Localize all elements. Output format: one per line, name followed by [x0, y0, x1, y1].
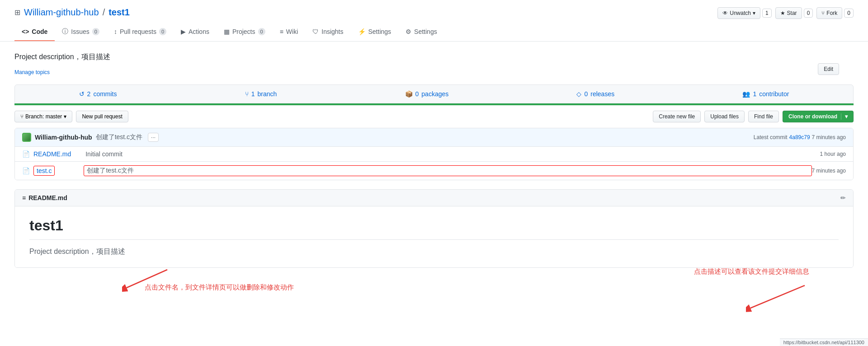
find-file-button[interactable]: Find file — [748, 111, 779, 122]
file-row-readme: 📄 README.md Initial commit 1 hour ago — [15, 147, 853, 162]
contributors-label: contributor — [759, 90, 789, 98]
annotation-commit-text: 点击描述可以查看该文件提交详细信息 — [694, 267, 809, 275]
file-table: William-github-hub 创建了test.c文件 ··· Lates… — [14, 128, 854, 180]
tab-actions[interactable]: ▶ Actions — [174, 23, 217, 41]
security-icon: 🛡 — [312, 28, 319, 35]
readme-header: ≡ README.md ✏ — [15, 190, 853, 206]
upload-files-button[interactable]: Upload files — [704, 111, 745, 122]
tab-issues[interactable]: ⓘ Issues 0 — [55, 23, 107, 41]
fork-label: Fork — [826, 10, 837, 16]
tab-issues-label: Issues — [71, 28, 89, 35]
insights-icon: ⚡ — [358, 28, 366, 35]
fork-button[interactable]: ⑂ Fork — [816, 7, 842, 19]
repo-actions: 👁 Unwatch ▾ 1 ★ Star 0 ⑂ Fork 0 — [717, 7, 854, 19]
pr-badge: 0 — [159, 28, 166, 35]
clone-or-download-button[interactable]: Clone or download ▾ — [783, 111, 854, 122]
packages-label: packages — [421, 90, 448, 98]
tab-pr-label: Pull requests — [120, 28, 156, 35]
tab-code-label: Code — [32, 28, 47, 35]
commit-avatar — [22, 133, 31, 142]
commit-hash-link[interactable]: 4a89c79 — [789, 134, 810, 140]
edit-description-button[interactable]: Edit — [818, 63, 839, 75]
releases-count: 0 — [584, 90, 588, 98]
fork-count: 0 — [844, 9, 854, 18]
readme-title: ≡ README.md — [22, 194, 67, 201]
commits-stat[interactable]: ↺ 2 commits — [79, 90, 117, 98]
commits-icon: ↺ — [79, 90, 85, 98]
wiki-icon: ≡ — [280, 28, 283, 35]
commits-count: 2 — [87, 90, 91, 98]
commit-ellipsis-button[interactable]: ··· — [148, 133, 159, 142]
arrow-file-svg — [122, 265, 176, 292]
file-row-testc: 📄 test.c 创建了test.c文件 7 minutes ago — [15, 162, 853, 180]
tab-security[interactable]: 🛡 Insights — [305, 23, 350, 41]
tab-insights-label: Settings — [368, 28, 392, 35]
branch-selector[interactable]: ⑂ Branch: master ▾ — [14, 111, 72, 122]
releases-label: releases — [590, 90, 614, 98]
tab-actions-label: Actions — [189, 28, 209, 35]
project-description: Project description，项目描述 — [14, 52, 854, 62]
create-new-file-button[interactable]: Create new file — [653, 111, 701, 122]
file-name-readme[interactable]: README.md — [33, 150, 71, 158]
latest-commit-label: Latest commit — [754, 134, 788, 140]
new-pull-request-button[interactable]: New pull request — [76, 111, 128, 122]
annotation-file: 点击文件名，到文件详情页可以做删除和修改动作 — [127, 283, 276, 292]
releases-stat[interactable]: ◇ 0 releases — [576, 90, 614, 98]
branches-stat[interactable]: ⑂ 1 branch — [245, 90, 277, 98]
unwatch-button[interactable]: 👁 Unwatch ▾ — [717, 7, 760, 19]
eye-icon: 👁 — [722, 10, 728, 16]
tab-pull-requests[interactable]: ↕ Pull requests 0 — [107, 23, 174, 41]
commits-label: commits — [93, 90, 117, 98]
file-time-readme: 1 hour ago — [820, 151, 846, 157]
file-time-testc: 7 minutes ago — [812, 168, 846, 174]
contributors-stat[interactable]: 👥 1 contributor — [742, 90, 789, 98]
star-count: 0 — [804, 9, 813, 18]
repo-nav: <> Code ⓘ Issues 0 ↕ Pull requests 0 ▶ — [14, 23, 854, 41]
file-icon-readme: 📄 — [22, 150, 30, 158]
tab-insights[interactable]: ⚡ Settings — [351, 23, 399, 41]
branches-icon: ⑂ — [245, 90, 249, 98]
manage-topics-link[interactable]: Manage topics — [14, 69, 50, 75]
tab-settings-label: Settings — [414, 28, 437, 35]
clone-label: Clone or download — [788, 113, 837, 120]
arrow-commit-svg — [746, 281, 809, 313]
contributors-icon: 👥 — [742, 90, 750, 98]
tab-code[interactable]: <> Code — [14, 23, 55, 41]
branches-label: branch — [258, 90, 277, 98]
readme-title-text: README.md — [28, 194, 67, 201]
issues-badge: 0 — [92, 28, 99, 35]
repo-name-link[interactable]: test1 — [108, 7, 130, 18]
repo-owner-link[interactable]: William-github-hub — [24, 7, 99, 18]
unwatch-count: 1 — [762, 9, 772, 18]
repo-separator: / — [103, 7, 105, 18]
branch-dropdown-icon: ▾ — [64, 113, 66, 120]
tab-projects-label: Projects — [232, 28, 255, 35]
repo-icon: ⊞ — [14, 8, 20, 17]
star-icon: ★ — [780, 10, 785, 16]
status-url: https://bitbucket.csdn.net/api/111300 — [783, 340, 864, 345]
tab-security-label: Insights — [321, 28, 343, 35]
unwatch-label: Unwatch — [730, 10, 751, 16]
packages-stat[interactable]: 📦 0 packages — [405, 90, 449, 98]
releases-icon: ◇ — [576, 90, 581, 98]
projects-icon: ▦ — [224, 28, 230, 35]
svg-line-1 — [127, 270, 167, 288]
settings-icon: ⚙ — [406, 28, 411, 35]
file-commit-readme[interactable]: Initial commit — [85, 150, 820, 158]
tab-wiki[interactable]: ≡ Wiki — [273, 23, 306, 41]
file-name-testc[interactable]: test.c — [33, 166, 55, 176]
file-toolbar: ⑂ Branch: master ▾ New pull request Crea… — [14, 105, 854, 128]
tab-settings[interactable]: ⚙ Settings — [398, 23, 444, 41]
star-button[interactable]: ★ Star — [775, 7, 802, 19]
readme-edit-icon[interactable]: ✏ — [840, 194, 846, 201]
branches-count: 1 — [251, 90, 255, 98]
readme-content: test1 Project description，项目描述 — [15, 206, 853, 267]
commit-author[interactable]: William-github-hub — [35, 134, 92, 141]
readme-section: ≡ README.md ✏ test1 Project description，… — [14, 189, 854, 268]
readme-h1: test1 — [29, 217, 839, 240]
pr-icon: ↕ — [114, 28, 117, 35]
file-commit-testc[interactable]: 创建了test.c文件 — [84, 165, 811, 176]
main-content: Project description，项目描述 Edit Manage top… — [0, 42, 868, 279]
tab-projects[interactable]: ▦ Projects 0 — [217, 23, 273, 41]
branch-label: Branch: master — [25, 113, 62, 120]
